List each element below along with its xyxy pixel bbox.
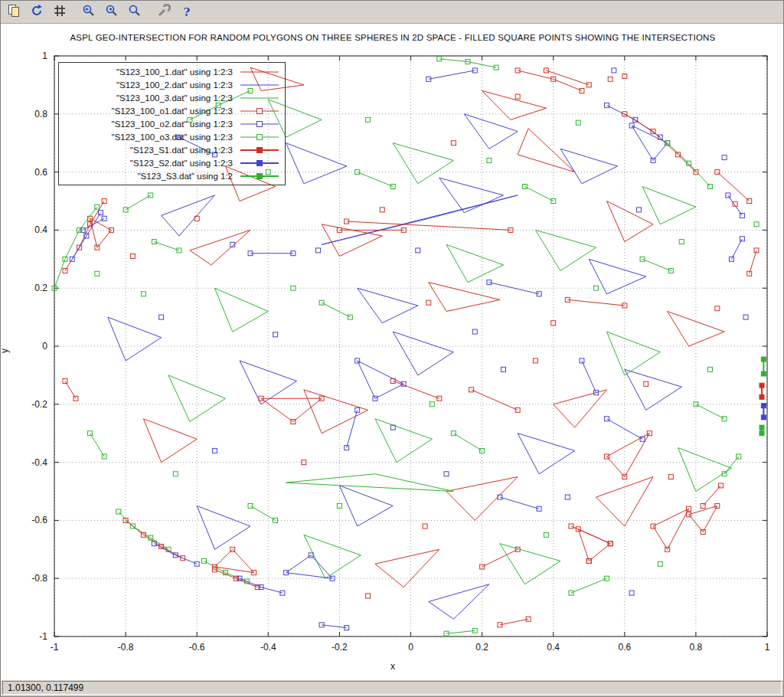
legend-entry-label: "S123_100_o1.dat" using 1:2:3: [62, 106, 233, 116]
toolbar: ?: [1, 1, 783, 24]
svg-text:-0.8: -0.8: [31, 573, 47, 584]
zoom-next-icon: [105, 4, 119, 21]
legend-entry: "S123_100_3.dat" using 1:2:3: [62, 91, 280, 104]
settings-button[interactable]: [153, 2, 175, 22]
zoom-previous-icon: [82, 4, 96, 21]
svg-text:-0.4: -0.4: [31, 457, 47, 468]
legend-entry-label: "S123_100_2.dat" using 1:2:3: [62, 80, 233, 90]
copy-button[interactable]: [3, 2, 24, 22]
svg-text:0.6: 0.6: [618, 642, 631, 653]
legend-entry-label: "S123_100_o2.dat" using 1:2:3: [62, 119, 233, 129]
svg-text:0.4: 0.4: [547, 642, 560, 653]
plot-region: ASPL GEO-INTERSECTION FOR RANDOM POLYGON…: [1, 24, 784, 681]
svg-text:0.8: 0.8: [34, 109, 47, 119]
gnuplot-window: ? ASPL GEO-INTERSECTION FOR RANDOM POLYG…: [0, 0, 784, 697]
legend-entry: "S123_100_o3.dat" using 1:2:3: [62, 130, 280, 143]
svg-text:0: 0: [42, 341, 47, 352]
legend-entry: "S123_100_o1.dat" using 1:2:3: [62, 104, 280, 117]
copy-icon: [7, 4, 21, 21]
legend-sample-points-filled: [239, 172, 280, 181]
wrench-icon: [157, 4, 171, 21]
legend-sample-points-filled: [239, 159, 280, 168]
legend-entry-label: "S123_S1.dat" using 1:2:3: [62, 146, 233, 155]
svg-text:-0.6: -0.6: [189, 642, 205, 653]
svg-text:-0.2: -0.2: [31, 399, 47, 410]
svg-text:0.4: 0.4: [34, 224, 47, 235]
svg-text:-0.6: -0.6: [31, 515, 47, 525]
svg-text:-1: -1: [51, 642, 59, 653]
legend-entry: "S123_100_o2.dat" using 1:2:3: [62, 117, 280, 130]
legend-entry-label: "S123_100_3.dat" using 1:2:3: [62, 93, 233, 103]
svg-text:1: 1: [765, 642, 770, 653]
help-icon: ?: [184, 5, 191, 19]
autoscale-button[interactable]: [124, 2, 145, 22]
replot-icon: [30, 4, 44, 21]
replot-button[interactable]: [26, 2, 47, 22]
legend-entry-label: "S123_S2.dat" using 1:2:3: [62, 159, 233, 168]
legend-sample-points-filled: [239, 146, 280, 155]
legend-sample-points-open: [239, 133, 280, 142]
svg-text:0.8: 0.8: [690, 642, 703, 653]
legend-entry-label: "S123_100_o3.dat" using 1:2:3: [62, 133, 233, 142]
svg-text:0.2: 0.2: [475, 642, 488, 653]
mouse-coordinates: 1.01300, 0.117499: [2, 681, 782, 695]
legend-entry-label: "S123_S3.dat" using 1:2: [62, 172, 233, 181]
legend-entry: "S123_S1.dat" using 1:2:3: [62, 143, 280, 156]
svg-text:-1: -1: [39, 631, 47, 642]
svg-text:-0.2: -0.2: [332, 642, 348, 653]
legend-sample-line: [239, 67, 280, 77]
zoom-previous-button[interactable]: [78, 2, 100, 22]
legend-entry: "S123_S3.dat" using 1:2: [62, 169, 280, 182]
svg-text:0.2: 0.2: [34, 283, 47, 293]
autoscale-icon: [128, 4, 142, 21]
svg-text:0: 0: [408, 642, 413, 653]
x-axis-label: x: [1, 661, 784, 672]
statusbar: 1.01300, 0.117499: [1, 679, 783, 696]
svg-text:0.6: 0.6: [34, 167, 47, 178]
legend-entry-label: "S123_100_1.dat" using 1:2:3: [62, 67, 233, 77]
legend-sample-points-open: [239, 106, 280, 116]
y-axis-label: y: [0, 348, 10, 353]
legend-entry: "S123_100_2.dat" using 1:2:3: [62, 78, 280, 91]
legend: "S123_100_1.dat" using 1:2:3"S123_100_2.…: [58, 62, 286, 185]
svg-text:-0.8: -0.8: [118, 642, 134, 653]
svg-text:1: 1: [42, 51, 47, 61]
grid-icon: [53, 4, 67, 21]
legend-sample-line: [239, 93, 280, 103]
help-button[interactable]: ?: [176, 2, 198, 22]
grid-button[interactable]: [49, 2, 70, 22]
legend-sample-points-open: [239, 119, 280, 129]
legend-entry: "S123_S2.dat" using 1:2:3: [62, 156, 280, 169]
svg-text:-0.4: -0.4: [260, 642, 276, 653]
legend-entry: "S123_100_1.dat" using 1:2:3: [62, 65, 280, 78]
legend-sample-line: [239, 80, 280, 90]
zoom-next-button[interactable]: [101, 2, 122, 22]
